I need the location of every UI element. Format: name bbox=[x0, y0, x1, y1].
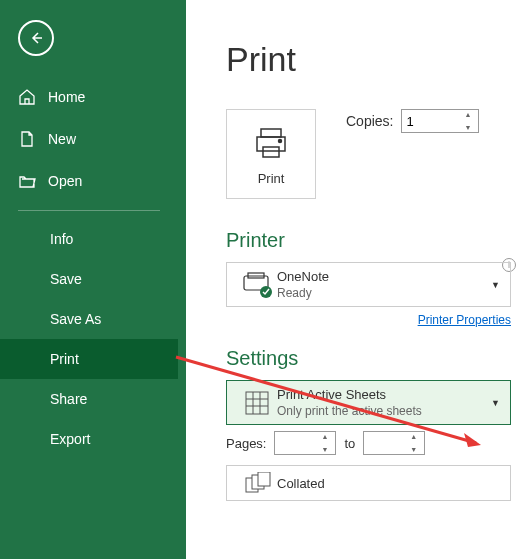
svg-rect-2 bbox=[263, 147, 279, 157]
copies-label: Copies: bbox=[346, 113, 393, 129]
sidebar-item-saveas[interactable]: Save As bbox=[0, 299, 178, 339]
sidebar-label-print: Print bbox=[50, 351, 79, 367]
pages-label: Pages: bbox=[226, 436, 266, 451]
sidebar-item-save[interactable]: Save bbox=[0, 259, 178, 299]
sidebar-item-home[interactable]: Home bbox=[0, 76, 178, 118]
pages-from-up-icon[interactable]: ▲ bbox=[321, 433, 333, 440]
svg-rect-14 bbox=[258, 472, 270, 486]
pages-to-input[interactable]: ▲ ▼ bbox=[363, 431, 425, 455]
sidebar-divider bbox=[18, 210, 160, 211]
page-title: Print bbox=[226, 40, 511, 79]
copies-input[interactable]: 1 ▲ ▼ bbox=[401, 109, 479, 133]
printer-status: Ready bbox=[277, 286, 491, 300]
open-icon bbox=[18, 172, 36, 190]
sidebar-label-open: Open bbox=[48, 173, 82, 189]
printer-dropdown[interactable]: OneNote Ready ▼ bbox=[226, 262, 511, 307]
printer-status-icon bbox=[240, 272, 274, 298]
printer-name: OneNote bbox=[277, 269, 491, 284]
sidebar-item-print[interactable]: Print bbox=[0, 339, 178, 379]
print-button-label: Print bbox=[258, 171, 285, 186]
sidebar-item-share[interactable]: Share bbox=[0, 379, 178, 419]
sidebar-label-home: Home bbox=[48, 89, 85, 105]
settings-heading: Settings bbox=[226, 347, 511, 370]
pages-from-down-icon[interactable]: ▼ bbox=[321, 446, 333, 453]
printer-heading: Printer bbox=[226, 229, 511, 252]
sidebar-label-save: Save bbox=[50, 271, 82, 287]
sidebar-label-info: Info bbox=[50, 231, 73, 247]
sidebar-label-new: New bbox=[48, 131, 76, 147]
sidebar-accent-strip bbox=[178, 0, 186, 559]
chevron-down-icon: ▼ bbox=[491, 398, 500, 408]
sidebar-item-info[interactable]: Info bbox=[0, 219, 178, 259]
collated-icon bbox=[243, 472, 271, 494]
arrow-left-icon bbox=[28, 30, 44, 46]
collated-label: Collated bbox=[277, 476, 500, 491]
pages-to-label: to bbox=[344, 436, 355, 451]
chevron-down-icon: ▼ bbox=[491, 280, 500, 290]
back-button[interactable] bbox=[18, 20, 54, 56]
sidebar-item-new[interactable]: New bbox=[0, 118, 178, 160]
copies-down-icon[interactable]: ▼ bbox=[464, 124, 476, 131]
sheets-secondary: Only print the active sheets bbox=[277, 404, 491, 418]
pages-to-down-icon[interactable]: ▼ bbox=[410, 446, 422, 453]
collated-dropdown[interactable]: Collated bbox=[226, 465, 511, 501]
svg-rect-7 bbox=[246, 392, 268, 414]
new-icon bbox=[18, 130, 36, 148]
sheets-primary: Print Active Sheets bbox=[277, 387, 491, 402]
pages-to-up-icon[interactable]: ▲ bbox=[410, 433, 422, 440]
sidebar-label-share: Share bbox=[50, 391, 87, 407]
printer-icon bbox=[251, 123, 291, 163]
svg-rect-0 bbox=[261, 129, 281, 137]
print-button[interactable]: Print bbox=[226, 109, 316, 199]
svg-point-3 bbox=[279, 139, 282, 142]
sheets-icon bbox=[243, 389, 271, 417]
copies-value: 1 bbox=[406, 114, 413, 129]
home-icon bbox=[18, 88, 36, 106]
sidebar-item-open[interactable]: Open bbox=[0, 160, 178, 202]
copies-up-icon[interactable]: ▲ bbox=[464, 111, 476, 118]
sidebar-label-export: Export bbox=[50, 431, 90, 447]
sidebar-item-export[interactable]: Export bbox=[0, 419, 178, 459]
print-sheets-dropdown[interactable]: Print Active Sheets Only print the activ… bbox=[226, 380, 511, 425]
pages-from-input[interactable]: ▲ ▼ bbox=[274, 431, 336, 455]
sidebar-label-saveas: Save As bbox=[50, 311, 101, 327]
printer-properties-link[interactable]: Printer Properties bbox=[226, 313, 511, 327]
